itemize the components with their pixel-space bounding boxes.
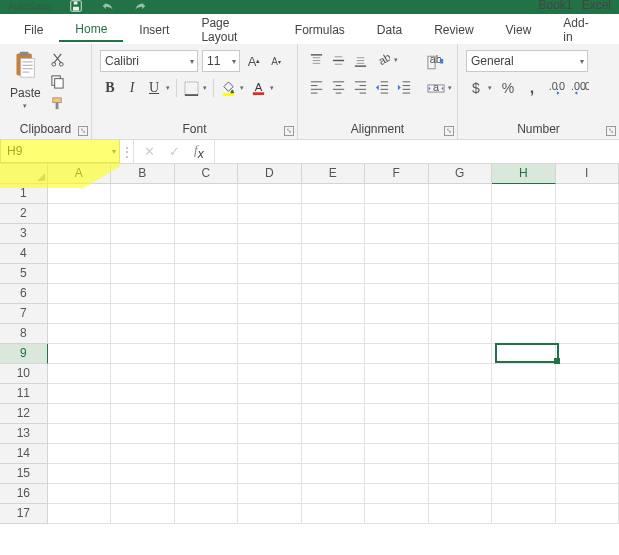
- cell[interactable]: [238, 184, 301, 204]
- cell[interactable]: [238, 504, 301, 524]
- row-header[interactable]: 3: [0, 224, 48, 244]
- cell[interactable]: [429, 484, 492, 504]
- cell[interactable]: [302, 504, 365, 524]
- decrease-indent-icon[interactable]: [372, 76, 392, 96]
- col-header[interactable]: G: [429, 164, 492, 184]
- cell[interactable]: [238, 204, 301, 224]
- redo-icon[interactable]: [133, 0, 147, 12]
- tab-file[interactable]: File: [8, 17, 59, 41]
- cell[interactable]: [556, 344, 619, 364]
- align-center-icon[interactable]: [328, 76, 348, 96]
- col-header[interactable]: D: [238, 164, 301, 184]
- cell[interactable]: [111, 284, 174, 304]
- cell[interactable]: [365, 244, 428, 264]
- cell[interactable]: [556, 224, 619, 244]
- cell[interactable]: [492, 484, 555, 504]
- cell[interactable]: [492, 244, 555, 264]
- cell[interactable]: [429, 444, 492, 464]
- cell[interactable]: [556, 384, 619, 404]
- format-painter-icon[interactable]: [49, 94, 67, 112]
- tab-review[interactable]: Review: [418, 17, 489, 41]
- cell[interactable]: [238, 444, 301, 464]
- cell[interactable]: [48, 264, 111, 284]
- cell[interactable]: [302, 244, 365, 264]
- cell[interactable]: [492, 264, 555, 284]
- row-header[interactable]: 6: [0, 284, 48, 304]
- cell[interactable]: [365, 344, 428, 364]
- select-all-corner[interactable]: [0, 164, 48, 184]
- name-box[interactable]: H9▾: [0, 140, 120, 163]
- cell[interactable]: [302, 464, 365, 484]
- cell[interactable]: [429, 184, 492, 204]
- cell[interactable]: [238, 464, 301, 484]
- save-icon[interactable]: [69, 0, 83, 12]
- cell[interactable]: [429, 344, 492, 364]
- align-bottom-icon[interactable]: [350, 50, 370, 70]
- cell[interactable]: [556, 404, 619, 424]
- decrease-font-icon[interactable]: A▾: [266, 51, 286, 71]
- cell[interactable]: [111, 344, 174, 364]
- tab-page-layout[interactable]: Page Layout: [185, 10, 278, 48]
- align-top-icon[interactable]: [306, 50, 326, 70]
- col-header[interactable]: I: [556, 164, 619, 184]
- cell[interactable]: [111, 424, 174, 444]
- cell[interactable]: [302, 204, 365, 224]
- cell[interactable]: [48, 464, 111, 484]
- cell[interactable]: [365, 304, 428, 324]
- row-header[interactable]: 16: [0, 484, 48, 504]
- cell[interactable]: [429, 464, 492, 484]
- cell[interactable]: [556, 264, 619, 284]
- cancel-icon[interactable]: ✕: [144, 144, 155, 159]
- row-header[interactable]: 10: [0, 364, 48, 384]
- cell[interactable]: [556, 464, 619, 484]
- comma-format-button[interactable]: ,: [522, 78, 542, 98]
- align-right-icon[interactable]: [350, 76, 370, 96]
- increase-indent-icon[interactable]: [394, 76, 414, 96]
- cell[interactable]: [48, 284, 111, 304]
- cell[interactable]: [48, 244, 111, 264]
- cell[interactable]: [492, 304, 555, 324]
- cell[interactable]: [48, 344, 111, 364]
- cut-icon[interactable]: [49, 50, 67, 68]
- increase-decimal-icon[interactable]: .0.00: [546, 78, 566, 98]
- align-middle-icon[interactable]: [328, 50, 348, 70]
- cell[interactable]: [48, 184, 111, 204]
- cell[interactable]: [302, 304, 365, 324]
- borders-button[interactable]: ▾: [181, 78, 209, 98]
- cell[interactable]: [175, 264, 238, 284]
- cell[interactable]: [175, 404, 238, 424]
- cell[interactable]: [492, 404, 555, 424]
- cell[interactable]: [238, 244, 301, 264]
- cell[interactable]: [429, 224, 492, 244]
- cell[interactable]: [238, 384, 301, 404]
- cell[interactable]: [492, 464, 555, 484]
- tab-insert[interactable]: Insert: [123, 17, 185, 41]
- cell[interactable]: [175, 484, 238, 504]
- cell[interactable]: [556, 324, 619, 344]
- cell[interactable]: [556, 284, 619, 304]
- cell[interactable]: [556, 184, 619, 204]
- cell[interactable]: [365, 504, 428, 524]
- cell[interactable]: [429, 204, 492, 224]
- row-header[interactable]: 15: [0, 464, 48, 484]
- cell[interactable]: [365, 264, 428, 284]
- paste-button[interactable]: Paste ▾: [6, 48, 45, 122]
- cell[interactable]: [238, 304, 301, 324]
- cell[interactable]: [302, 224, 365, 244]
- number-format-combo[interactable]: General▾: [466, 50, 588, 72]
- row-header[interactable]: 5: [0, 264, 48, 284]
- cell[interactable]: [429, 364, 492, 384]
- clipboard-dialog-icon[interactable]: ⤡: [78, 126, 88, 136]
- cell[interactable]: [111, 384, 174, 404]
- cell[interactable]: [492, 444, 555, 464]
- enter-icon[interactable]: ✓: [169, 144, 180, 159]
- tab-data[interactable]: Data: [361, 17, 418, 41]
- cell[interactable]: [556, 204, 619, 224]
- cell[interactable]: [238, 264, 301, 284]
- cell[interactable]: [238, 484, 301, 504]
- cell[interactable]: [556, 304, 619, 324]
- cell[interactable]: [302, 444, 365, 464]
- cell[interactable]: [492, 204, 555, 224]
- cell[interactable]: [175, 444, 238, 464]
- cell[interactable]: [556, 424, 619, 444]
